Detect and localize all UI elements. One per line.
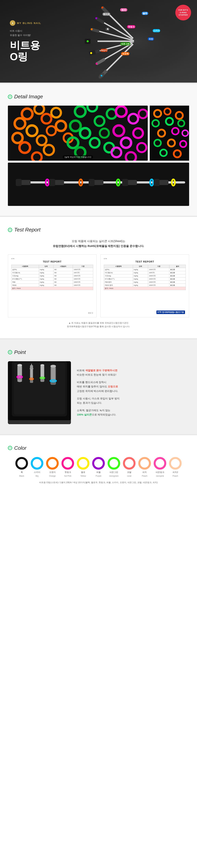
svg-text:네모릭: 네모릭 <box>122 53 129 55</box>
detail-section-title: © Detail Image <box>8 94 189 100</box>
report-table-2: 시험항목단위기준결과 납(Pb)mg/kg1000이하불검출 카드뮴(Cd)mg… <box>104 265 186 290</box>
point-item-2: 비트를 핸드피스에 장착시 매번 위치를 맞추지 않아도 오링으로 고정된 위치… <box>77 380 189 393</box>
detail-image-main: (실제 색상과 가장 가깝습니다) <box>8 105 148 161</box>
swatch-label-kr-6: 네온그린 <box>110 471 118 474</box>
swatch-label-en-7: coral <box>127 475 132 477</box>
svg-point-128 <box>40 364 44 366</box>
svg-text:파단디: 파단디 <box>101 49 107 52</box>
swatch-label-kr-5: 퍼플 <box>96 471 101 474</box>
test-title-text: Test Report <box>14 227 40 233</box>
report-title-2: TEST REPORT <box>104 260 186 263</box>
oring-svg-2 <box>150 105 189 161</box>
swatch-label-en-0: Black <box>19 475 24 477</box>
point-title-text: Point <box>14 349 26 355</box>
hero-title: 비트용 O링 <box>10 40 63 62</box>
hero-bits-svg: 화이트 핑크 블루 흑 핫핑크 스카이 파란 <box>77 4 195 79</box>
point-item-3: 오링 사용시, 더스트 유입이 일부 방지 되는 효과가 있습니다. <box>77 397 189 405</box>
color-swatch-9: 네온핑크neonpink <box>154 457 166 477</box>
swatch-label-en-1: Sky <box>35 475 39 477</box>
swatch-label-kr-0: 흑 <box>21 471 23 474</box>
svg-point-122 <box>17 380 22 382</box>
test-section: © Test Report 오링 제품에 사용되는 실리콘 시트(Sheet)는… <box>0 217 197 338</box>
swatch-label-en-8: Peach <box>142 475 147 477</box>
swatch-label-en-9: neonpink <box>156 475 164 477</box>
brand-row: ♦ MY BLING NAIL <box>10 20 63 26</box>
point-text: 비트에 색깔별로 꽂아 구분해두시면 비슷한 비트도 한눈에 찾기 쉬워요! 비… <box>77 361 189 424</box>
svg-rect-110 <box>122 179 128 186</box>
color-section-title: © Color <box>8 445 189 451</box>
svg-text:파란: 파란 <box>149 38 153 40</box>
test-description: 오링 제품에 사용되는 실리콘 시트(Sheet)는 유럽연합(EU)에서 시행… <box>8 239 189 249</box>
swatch-label-kr-3: 핫핑크 <box>65 471 71 474</box>
swatch-ring-3 <box>61 457 74 470</box>
svg-point-121 <box>17 364 22 366</box>
svg-text:스카이: 스카이 <box>153 30 160 32</box>
swatch-label-kr-9: 네온핑크 <box>156 471 164 474</box>
report-table-1: 시험항목단위시험결과기준 납(Pb)mg/kgND1000이하 카드뮴(Cd)m… <box>11 265 93 290</box>
detail-image-small <box>150 105 189 161</box>
detail-image-bottom <box>8 163 189 206</box>
svg-rect-102 <box>49 179 55 186</box>
hero-section: ♦ MY BLING NAIL 비트 사용시 유용한 필수 아이템! 비트용 O… <box>0 0 197 83</box>
hero-subtitle: 비트 사용시 유용한 필수 아이템! <box>10 29 63 37</box>
color-section: © Color 흑Black스카이Sky오렌지Orange핫핑크hot Pink… <box>0 435 197 494</box>
swatch-ring-10 <box>169 457 181 470</box>
svg-point-15 <box>87 40 89 42</box>
point-section-title: © Point <box>8 349 189 355</box>
swatch-label-kr-1: 스카이 <box>34 471 40 474</box>
swatch-ring-4 <box>77 457 89 470</box>
point-title-icon: © <box>8 350 12 354</box>
report-signature-1: 원장 인 <box>88 312 93 314</box>
swatch-ring-6 <box>108 457 120 470</box>
point-bits-svg <box>8 361 71 420</box>
color-swatch-2: 오렌지Orange <box>46 457 59 477</box>
color-footer-note: 비트용 O링(스토퍼) / 1봉지 20EA / 색상 10가지(블랙, 옐로우… <box>8 481 189 484</box>
test-title-icon: © <box>8 228 12 232</box>
swatch-label-en-5: Purple <box>96 475 102 477</box>
color-swatch-0: 흑Black <box>16 457 28 477</box>
swatch-ring-7 <box>123 457 136 470</box>
swatch-label-en-4: Yellow <box>80 475 86 477</box>
svg-text:블루: 블루 <box>143 12 147 14</box>
svg-rect-130 <box>51 367 55 381</box>
svg-text:흑: 흑 <box>107 28 109 30</box>
brand-icon: ♦ <box>10 20 16 26</box>
test-section-title: © Test Report <box>8 227 189 233</box>
swatch-ring-2 <box>46 457 59 470</box>
bits-oring-svg <box>8 163 189 206</box>
detail-caption: (실제 색상과 가장 가깝습니다) <box>63 155 93 159</box>
hero-left-content: ♦ MY BLING NAIL 비트 사용시 유용한 필수 아이템! 비트용 O… <box>0 14 63 68</box>
report-signature-2: KTR 한국화학융합시험연구원 <box>157 311 186 314</box>
ktr-logo: KTR 한국화학융합시험연구원 <box>157 311 185 314</box>
swatch-ring-9 <box>154 457 166 470</box>
swatch-label-en-2: Orange <box>49 475 56 477</box>
swatch-label-kr-4: 옐로 <box>81 471 85 474</box>
swatch-ring-0 <box>16 457 28 470</box>
test-reports-row: KTR TEST REPORT 시험항목단위시험결과기준 납(Pb)mg/kgN… <box>8 254 189 317</box>
swatch-ring-1 <box>31 457 43 470</box>
point-item-1: 비트에 색깔별로 꽂아 구분해두시면 비슷한 비트도 한눈에 찾기 쉬워요! <box>77 368 189 377</box>
point-content: 비트에 색깔별로 꽂아 구분해두시면 비슷한 비트도 한눈에 찾기 쉬워요! 비… <box>8 361 189 424</box>
svg-text:핫핑크: 핫핑크 <box>128 26 135 28</box>
swatch-label-en-6: neongreen <box>109 475 119 477</box>
svg-rect-127 <box>41 366 44 378</box>
swatch-ring-5 <box>92 457 105 470</box>
swatch-label-kr-8: 피치 <box>142 471 147 474</box>
color-title-icon: © <box>8 446 12 450</box>
detail-images-container: (실제 색상과 가장 가깝습니다) <box>8 105 189 206</box>
hero-image-area: 화이트 핑크 블루 흑 핫핑크 스카이 파란 <box>75 0 197 83</box>
test-report-card-1: KTR TEST REPORT 시험항목단위시험결과기준 납(Pb)mg/kgN… <box>8 254 96 317</box>
swatch-label-en-3: hot Pink <box>64 475 71 477</box>
color-swatch-5: 퍼플Purple <box>92 457 105 477</box>
report-logo-1: KTR <box>11 258 93 259</box>
test-footer-note: ▲ 위 자료는 제품의 품질관리를 위해 국제공인시험인증기관인 한국화학융합시… <box>8 321 189 328</box>
svg-rect-106 <box>89 179 94 186</box>
color-swatch-1: 스카이Sky <box>31 457 43 477</box>
brand-name: MY BLING NAIL <box>17 22 41 25</box>
test-report-card-2: KTR TEST REPORT 시험항목단위기준결과 납(Pb)mg/kg100… <box>101 254 189 317</box>
point-section: © Point <box>0 339 197 434</box>
svg-point-131 <box>51 365 56 368</box>
color-swatch-10: 피치2Peach <box>169 457 181 477</box>
color-swatch-4: 옐로Yellow <box>77 457 89 477</box>
report-title-1: TEST REPORT <box>11 260 93 263</box>
